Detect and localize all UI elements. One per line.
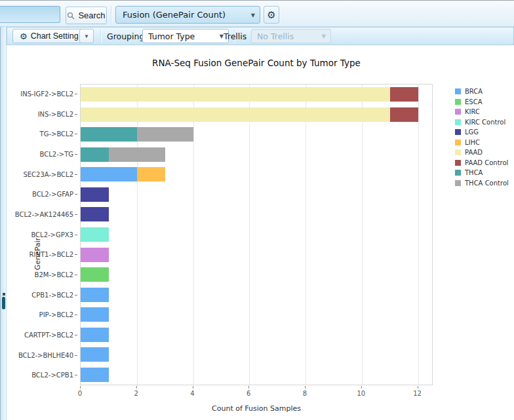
legend-swatch [455, 129, 461, 135]
x-tick-label: 0 [78, 390, 82, 397]
search-button[interactable]: Search [66, 7, 107, 24]
y-tick-mark [75, 194, 77, 195]
category-label: SEC23A->BCL2 [7, 164, 77, 185]
y-tick-mark [75, 254, 77, 255]
settings-button[interactable]: ⚙ [264, 6, 279, 24]
y-tick-mark [75, 335, 77, 335]
category-label-text: BCL2->BHLHE40 [18, 352, 73, 359]
legend-swatch [455, 170, 461, 176]
bar-segment-kirc[interactable] [81, 248, 109, 262]
collapsed-panel-strip[interactable] [0, 27, 7, 420]
category-label: CARTPT->BCL2 [7, 325, 77, 345]
bar-segment-lgg[interactable] [81, 207, 109, 221]
bar-row [81, 164, 432, 185]
legend-label: LGG [465, 128, 479, 136]
bar-segment-brca[interactable] [81, 288, 109, 302]
bar-segment-brca[interactable] [81, 368, 109, 382]
x-tick-label: 12 [413, 390, 422, 397]
category-label-text: BCL2->GFAP [32, 191, 73, 198]
bar-segment-lihc[interactable] [137, 167, 165, 181]
bar-segment-brca[interactable] [81, 347, 109, 362]
legend-item[interactable]: LGG [455, 127, 509, 138]
legend-label: KIRC [465, 108, 480, 115]
legend-item[interactable]: LIHC [455, 138, 509, 148]
x-tick-label: 2 [134, 390, 138, 397]
legend-swatch [455, 140, 461, 145]
category-label: BCL2->GFAP [7, 184, 77, 204]
chart-setting-button[interactable]: ⚙ Chart Setting [12, 29, 86, 43]
chart-toolbar: ⚙ Chart Setting ▼ Grouping Tumor Type ▼ … [7, 27, 514, 45]
legend-item[interactable]: KIRC Control [455, 117, 509, 128]
legend-item[interactable]: ESCA [455, 97, 509, 107]
bar-segment-kirc-control[interactable] [81, 227, 109, 242]
category-label: PIP->BCL2 [7, 305, 77, 325]
bar-segment-thca[interactable] [81, 127, 137, 142]
category-label-text: PIP->BCL2 [39, 311, 73, 318]
legend-swatch [455, 160, 461, 166]
bar-segment-brca[interactable] [81, 167, 137, 181]
category-label-text: SEC23A->BCL2 [23, 171, 73, 178]
report-type-value: Fusion (GenePair Count) [123, 10, 226, 20]
legend-swatch [455, 180, 461, 186]
search-input[interactable] [0, 6, 60, 23]
bar-row [81, 364, 432, 385]
bar-segment-paad-control[interactable] [390, 107, 418, 122]
x-tick-mark [136, 386, 137, 389]
legend-label: THCA Control [465, 180, 509, 187]
x-tick-mark [361, 386, 362, 389]
grouping-select[interactable]: Tumor Type ▼ [142, 29, 229, 43]
grouping-label: Grouping [107, 31, 144, 41]
panel-drag-handle[interactable] [2, 297, 5, 309]
toolbar-separator [100, 29, 102, 43]
category-label: BCL2->TG [7, 144, 77, 164]
legend-item[interactable]: THCA [455, 168, 509, 178]
bar-segment-brca[interactable] [81, 328, 109, 342]
bar-segment-thca-control[interactable] [109, 147, 165, 162]
chart-canvas: RNA-Seq Fusion GenePair Count by Tumor T… [7, 45, 514, 420]
legend-item[interactable]: KIRC [455, 107, 509, 117]
category-label: INS->BCL2 [7, 104, 77, 124]
bar-segment-paad[interactable] [81, 87, 390, 102]
legend-item[interactable]: PAAD [455, 147, 509, 158]
bar-segment-paad[interactable] [81, 107, 390, 122]
expand-arrow-icon[interactable] [3, 293, 5, 296]
bar-segment-brca[interactable] [81, 307, 109, 322]
x-tick-mark [418, 386, 418, 389]
category-label-text: CARTPT->BCL2 [24, 332, 73, 339]
bar-segment-lgg[interactable] [81, 187, 109, 202]
bar-segment-thca[interactable] [81, 147, 109, 162]
y-tick-mark [75, 174, 77, 175]
gear-icon: ⚙ [267, 10, 275, 20]
bar-segment-paad-control[interactable] [390, 87, 418, 102]
y-tick-mark [75, 214, 77, 215]
chevron-down-icon: ▼ [251, 12, 255, 18]
legend-label: THCA [465, 169, 483, 176]
x-tick-label: 10 [357, 390, 365, 397]
bar-segment-esca[interactable] [81, 267, 109, 282]
bar-row [81, 145, 432, 165]
chevron-down-icon: ▼ [322, 33, 326, 39]
chart-setting-label: Chart Setting [31, 31, 79, 41]
bar-row [81, 185, 432, 205]
category-label-text: INS->BCL2 [38, 111, 73, 118]
y-tick-mark [75, 295, 77, 296]
legend-item[interactable]: THCA Control [455, 178, 509, 189]
x-tick-mark [305, 386, 306, 389]
bar-row [81, 85, 432, 105]
category-label-text: BCL2->TG [40, 151, 73, 158]
category-label-text: BCL2->CPB1 [31, 372, 73, 379]
toolbar-separator [111, 6, 112, 24]
report-type-select[interactable]: Fusion (GenePair Count) ▼ [115, 6, 260, 24]
search-icon [67, 12, 75, 20]
bar-segment-thca-control[interactable] [137, 127, 193, 142]
plot-area [80, 84, 433, 385]
y-tick-mark [75, 235, 77, 235]
bar-row [81, 244, 432, 265]
legend-item[interactable]: PAAD Control [455, 158, 509, 168]
x-axis-title: Count of Fusion Samples [80, 404, 433, 413]
x-tick-mark [193, 386, 193, 389]
chart-setting-dropdown-button[interactable]: ▼ [79, 29, 94, 43]
legend-label: ESCA [465, 98, 483, 105]
legend-label: KIRC Control [465, 119, 505, 126]
legend-item[interactable]: BRCA [455, 86, 509, 97]
